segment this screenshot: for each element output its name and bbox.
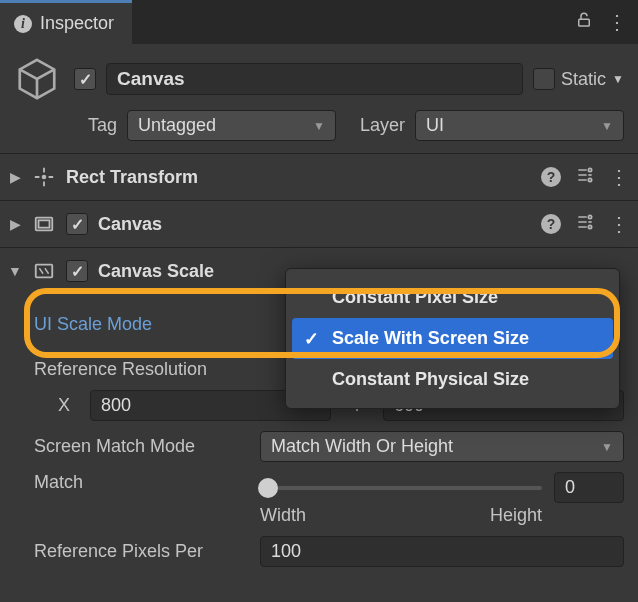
svg-point-1 xyxy=(42,175,47,180)
component-header[interactable]: ▶ Canvas ? ⋮ xyxy=(0,201,638,247)
chevron-down-icon[interactable]: ▼ xyxy=(612,72,624,86)
ui-scale-mode-popup: Constant Pixel Size Scale With Screen Si… xyxy=(285,268,620,409)
foldout-collapsed-icon[interactable]: ▶ xyxy=(8,216,22,232)
reference-pixels-label: Reference Pixels Per xyxy=(34,541,250,562)
match-label: Match xyxy=(34,472,250,493)
canvas-scaler-icon xyxy=(32,259,56,283)
chevron-down-icon: ▼ xyxy=(601,119,613,133)
component-enabled-checkbox[interactable] xyxy=(66,213,88,235)
info-icon: i xyxy=(14,15,32,33)
gameobject-name-field[interactable]: Canvas xyxy=(106,63,523,95)
tab-bar: i Inspector ⋮ xyxy=(0,0,638,44)
component-header[interactable]: ▶ Rect Transform ? ⋮ xyxy=(0,154,638,200)
x-label: X xyxy=(58,395,80,416)
component-enabled-checkbox[interactable] xyxy=(66,260,88,282)
match-slider-right-label: Height xyxy=(490,505,542,526)
option-scale-with-screen-size[interactable]: Scale With Screen Size xyxy=(292,318,613,359)
foldout-expanded-icon[interactable]: ▼ xyxy=(8,263,22,279)
inspector-tab[interactable]: i Inspector xyxy=(0,0,132,44)
static-label: Static xyxy=(561,69,606,90)
tab-title: Inspector xyxy=(40,13,114,34)
svg-rect-0 xyxy=(579,19,590,26)
chevron-down-icon: ▼ xyxy=(601,440,613,454)
option-constant-physical-size[interactable]: Constant Physical Size xyxy=(292,359,613,400)
match-slider-left-label: Width xyxy=(260,505,306,526)
tab-actions: ⋮ xyxy=(575,10,638,34)
static-toggle[interactable]: Static ▼ xyxy=(533,68,624,90)
layer-value: UI xyxy=(426,115,444,136)
ui-scale-mode-label: UI Scale Mode xyxy=(34,314,274,335)
rect-transform-icon xyxy=(32,165,56,189)
gameobject-icon[interactable] xyxy=(14,56,60,102)
foldout-collapsed-icon[interactable]: ▶ xyxy=(8,169,22,185)
layer-label: Layer xyxy=(360,115,405,136)
tag-value: Untagged xyxy=(138,115,216,136)
screen-match-mode-dropdown[interactable]: Match Width Or Height ▼ xyxy=(260,431,624,462)
screen-match-mode-label: Screen Match Mode xyxy=(34,436,250,457)
reference-resolution-label: Reference Resolution xyxy=(34,359,274,380)
layer-dropdown[interactable]: UI ▼ xyxy=(415,110,624,141)
gameobject-header: Canvas Static ▼ xyxy=(0,44,638,106)
component-name: Canvas xyxy=(98,214,531,235)
svg-point-2 xyxy=(588,168,591,171)
component-name: Rect Transform xyxy=(66,167,531,188)
active-checkbox[interactable] xyxy=(74,68,96,90)
static-checkbox[interactable] xyxy=(533,68,555,90)
tag-layer-row: Tag Untagged ▼ Layer UI ▼ xyxy=(0,106,638,153)
settings-icon[interactable] xyxy=(575,212,595,237)
svg-point-6 xyxy=(588,215,591,218)
reference-pixels-field[interactable]: 100 xyxy=(260,536,624,567)
context-menu-icon[interactable]: ⋮ xyxy=(609,212,628,236)
svg-rect-5 xyxy=(39,220,50,227)
tag-dropdown[interactable]: Untagged ▼ xyxy=(127,110,336,141)
screen-match-mode-row: Screen Match Mode Match Width Or Height … xyxy=(34,431,624,462)
svg-point-3 xyxy=(588,178,591,181)
match-slider[interactable] xyxy=(260,486,542,490)
help-icon[interactable]: ? xyxy=(541,167,561,187)
tag-label: Tag xyxy=(88,115,117,136)
svg-point-7 xyxy=(588,225,591,228)
screen-match-mode-value: Match Width Or Height xyxy=(271,436,453,457)
reference-pixels-row: Reference Pixels Per 100 xyxy=(34,536,624,567)
option-constant-pixel-size[interactable]: Constant Pixel Size xyxy=(292,277,613,318)
canvas-icon xyxy=(32,212,56,236)
help-icon[interactable]: ? xyxy=(541,214,561,234)
context-menu-icon[interactable]: ⋮ xyxy=(609,165,628,189)
settings-icon[interactable] xyxy=(575,165,595,190)
lock-icon[interactable] xyxy=(575,11,593,34)
component-rect-transform: ▶ Rect Transform ? ⋮ xyxy=(0,153,638,200)
slider-thumb[interactable] xyxy=(258,478,278,498)
match-row: Match 0 Width Height xyxy=(34,472,624,526)
component-canvas: ▶ Canvas ? ⋮ xyxy=(0,200,638,247)
svg-rect-8 xyxy=(36,265,53,278)
chevron-down-icon: ▼ xyxy=(313,119,325,133)
match-value-field[interactable]: 0 xyxy=(554,472,624,503)
tab-menu-icon[interactable]: ⋮ xyxy=(607,10,626,34)
